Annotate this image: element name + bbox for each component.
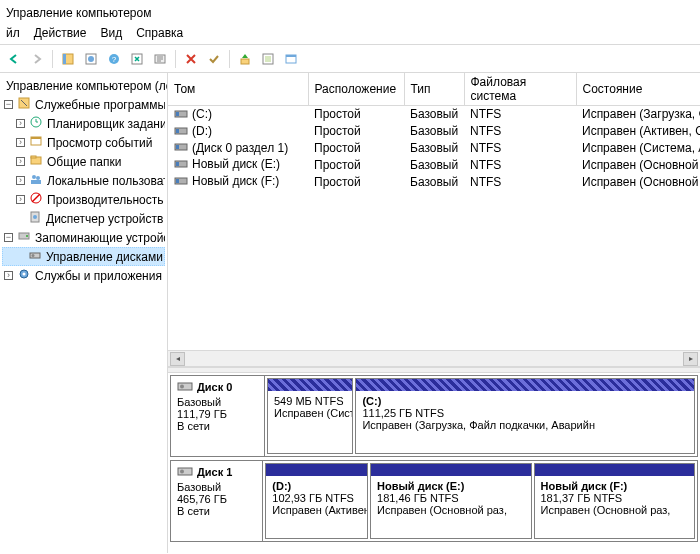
disk-icon — [177, 465, 193, 479]
users-icon — [29, 172, 43, 189]
tree-root[interactable]: Управление компьютером (лс — [2, 77, 165, 95]
tree-root-label: Управление компьютером (лс — [6, 79, 168, 93]
svg-rect-32 — [176, 112, 179, 116]
partition[interactable]: 549 МБ NTFSИсправен (Система, Ак — [267, 378, 353, 454]
col-volume[interactable]: Том — [168, 73, 308, 106]
volume-icon — [174, 158, 188, 172]
tree-item[interactable]: ›Общие папки — [2, 152, 165, 171]
tree-item[interactable]: −Запоминающие устройс — [2, 228, 165, 247]
expand-icon[interactable]: › — [16, 119, 25, 128]
svg-rect-8 — [241, 59, 249, 64]
up-button[interactable] — [235, 49, 255, 69]
delete-button[interactable] — [181, 49, 201, 69]
action-button[interactable] — [150, 49, 170, 69]
menu-help[interactable]: Справка — [136, 26, 183, 40]
expand-icon[interactable]: › — [4, 271, 13, 280]
tree-item-label: Общие папки — [47, 155, 121, 169]
expand-icon[interactable]: › — [16, 176, 25, 185]
help-button[interactable]: ? — [104, 49, 124, 69]
expand-icon[interactable]: › — [16, 157, 25, 166]
tree-item[interactable]: ›Службы и приложения — [2, 266, 165, 285]
tree-pane: Управление компьютером (лс −Служебные пр… — [0, 73, 168, 553]
disk-icon — [177, 380, 193, 394]
tree-item-label: Производительность — [47, 193, 163, 207]
col-status[interactable]: Состояние — [576, 73, 700, 106]
col-type[interactable]: Тип — [404, 73, 464, 106]
volume-icon — [174, 141, 188, 155]
scroll-right-icon[interactable]: ▸ — [683, 352, 698, 366]
view-button[interactable] — [281, 49, 301, 69]
menubar: йл Действие Вид Справка — [0, 24, 700, 45]
scroll-left-icon[interactable]: ◂ — [170, 352, 185, 366]
window-title: Управление компьютером — [0, 0, 700, 24]
toolbar: ? — [0, 45, 700, 73]
volume-hscroll[interactable]: ◂ ▸ — [168, 350, 700, 366]
tree-item[interactable]: ›Планировщик заданий — [2, 114, 165, 133]
forward-button[interactable] — [27, 49, 47, 69]
svg-rect-16 — [31, 137, 41, 139]
partition[interactable]: (D:)102,93 ГБ NTFSИсправен (Активен, Осн — [265, 463, 368, 539]
svg-point-42 — [180, 385, 184, 389]
svg-rect-1 — [63, 54, 66, 64]
svg-rect-38 — [176, 162, 179, 166]
tree-item[interactable]: ›Производительность — [2, 190, 165, 209]
expand-icon[interactable]: › — [16, 138, 25, 147]
tree-item[interactable]: ›Локальные пользовате — [2, 171, 165, 190]
disk-row: Диск 1Базовый465,76 ГБВ сети(D:)102,93 Г… — [170, 460, 698, 542]
partition-header — [356, 379, 694, 391]
expand-icon[interactable]: − — [4, 100, 13, 109]
tree-item-label: Просмотр событий — [47, 136, 152, 150]
disk-info[interactable]: Диск 0Базовый111,79 ГБВ сети — [171, 376, 265, 456]
check-button[interactable] — [204, 49, 224, 69]
volume-list: Том Расположение Тип Файловая система Со… — [168, 73, 700, 367]
partition-header — [535, 464, 694, 476]
settings-button[interactable] — [258, 49, 278, 69]
volume-icon — [174, 175, 188, 189]
col-fs[interactable]: Файловая система — [464, 73, 576, 106]
tree-item-label: Планировщик заданий — [47, 117, 165, 131]
folder-icon — [29, 153, 43, 170]
partition[interactable]: Новый диск (F:)181,37 ГБ NTFSИсправен (О… — [534, 463, 695, 539]
tree-item-label: Диспетчер устройств — [46, 212, 163, 226]
disk-info[interactable]: Диск 1Базовый465,76 ГБВ сети — [171, 461, 263, 541]
svg-rect-36 — [176, 145, 179, 149]
tools-icon — [17, 96, 31, 113]
tree-item-label: Службы и приложения — [35, 269, 162, 283]
menu-file[interactable]: йл — [6, 26, 20, 40]
expand-icon[interactable]: › — [16, 195, 25, 204]
svg-point-26 — [26, 235, 28, 237]
partition[interactable]: Новый диск (E:)181,46 ГБ NTFSИсправен (О… — [370, 463, 531, 539]
back-button[interactable] — [4, 49, 24, 69]
clock-icon — [29, 115, 43, 132]
disk-row: Диск 0Базовый111,79 ГБВ сети549 МБ NTFSИ… — [170, 375, 698, 457]
tree-item-label: Служебные программы — [35, 98, 165, 112]
menu-view[interactable]: Вид — [100, 26, 122, 40]
table-row[interactable]: Новый диск (F:)ПростойБазовыйNTFSИсправе… — [168, 173, 700, 190]
svg-rect-21 — [31, 180, 41, 184]
tree-item[interactable]: −Служебные программы — [2, 95, 165, 114]
perf-icon — [29, 191, 43, 208]
table-row[interactable]: Новый диск (E:)ПростойБазовыйNTFSИсправе… — [168, 156, 700, 173]
tree-item[interactable]: Управление дисками — [2, 247, 165, 266]
svg-rect-12 — [286, 55, 296, 57]
table-row[interactable]: (C:)ПростойБазовыйNTFSИсправен (Загрузка… — [168, 106, 700, 123]
partition[interactable]: (C:)111,25 ГБ NTFSИсправен (Загрузка, Фа… — [355, 378, 695, 454]
tree-item[interactable]: ›Просмотр событий — [2, 133, 165, 152]
svg-rect-18 — [31, 156, 36, 158]
storage-icon — [17, 229, 31, 246]
volume-icon — [174, 108, 188, 122]
properties-button[interactable] — [81, 49, 101, 69]
content-pane: Том Расположение Тип Файловая система Со… — [168, 73, 700, 553]
tree-item[interactable]: Диспетчер устройств — [2, 209, 165, 228]
table-row[interactable]: (D:)ПростойБазовыйNTFSИсправен (Активен,… — [168, 123, 700, 140]
expand-icon[interactable]: − — [4, 233, 13, 242]
menu-action[interactable]: Действие — [34, 26, 87, 40]
disk-icon — [28, 248, 42, 265]
table-row[interactable]: (Диск 0 раздел 1)ПростойБазовыйNTFSИспра… — [168, 140, 700, 157]
tree-item-label: Управление дисками — [46, 250, 163, 264]
disk-map: Диск 0Базовый111,79 ГБВ сети549 МБ NTFSИ… — [168, 373, 700, 553]
show-hide-tree-button[interactable] — [58, 49, 78, 69]
volume-icon — [174, 125, 188, 139]
col-layout[interactable]: Расположение — [308, 73, 404, 106]
refresh-button[interactable] — [127, 49, 147, 69]
